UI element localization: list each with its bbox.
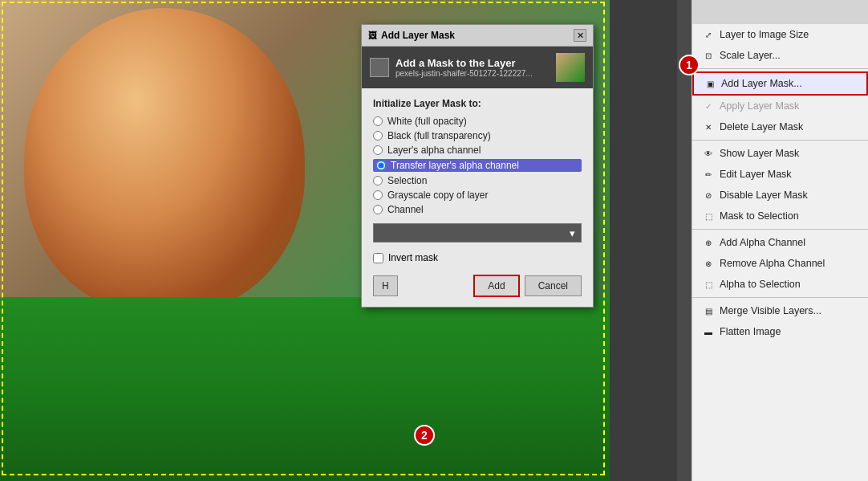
scale-icon: ⊡ (702, 49, 715, 62)
dialog-body: Initialize Layer Mask to: White (full op… (362, 88, 593, 307)
radio-item-r5: Selection (373, 175, 582, 186)
shirt-area: SCIENCE (0, 297, 610, 481)
channel-dropdown-wrapper (373, 223, 582, 243)
menu-item-mask-to-selection[interactable]: ⬚Mask to Selection (692, 206, 868, 226)
disable-icon: ⊘ (702, 189, 715, 202)
menu-label-disable-layer-mask: Disable Layer Mask (720, 190, 808, 201)
radio-group: White (full opacity)Black (full transpar… (373, 116, 582, 215)
menu-separator (692, 297, 868, 298)
mask-icon: ▣ (704, 77, 716, 90)
menu-label-merge-visible: Merge Visible Layers... (720, 305, 821, 316)
menu-label-remove-alpha-channel: Remove Alpha Channel (720, 258, 825, 269)
menu-item-alpha-to-selection[interactable]: ⬚Alpha to Selection (692, 274, 868, 295)
menu-item-show-layer-mask[interactable]: 👁Show Layer Mask (692, 143, 868, 164)
menu-item-add-layer-mask[interactable]: ▣Add Layer Mask... (692, 71, 868, 96)
menu-label-add-layer-mask: Add Layer Mask... (721, 78, 802, 89)
resize-icon: ⤢ (702, 28, 715, 41)
menu-item-flatten-image[interactable]: ▬Flatten Image (692, 321, 868, 342)
dialog-header-info: Add a Mask to the Layer pexels-justin-sh… (395, 57, 533, 78)
dialog-titlebar: 🖼 Add Layer Mask ✕ (362, 25, 593, 47)
dialog-close-button[interactable]: ✕ (574, 29, 586, 42)
menu-item-layer-image-size[interactable]: ⤢Layer to Image Size (692, 24, 868, 45)
radio-item-r4: Transfer layer's alpha channel (373, 159, 582, 172)
edit-icon: ✏ (702, 168, 715, 181)
help-button[interactable]: H (373, 275, 398, 296)
dialog-buttons: H Add Cancel (373, 275, 582, 297)
menu-separator (692, 68, 868, 69)
dialog-header: Add a Mask to the Layer pexels-justin-sh… (362, 47, 593, 88)
dialog-title-area: 🖼 Add Layer Mask (368, 30, 455, 41)
cancel-button[interactable]: Cancel (525, 275, 582, 296)
radio-r2[interactable] (373, 131, 383, 141)
channel-select[interactable] (373, 223, 582, 243)
badge-1: 1 (679, 55, 700, 75)
menu-label-add-alpha-channel: Add Alpha Channel (720, 237, 805, 248)
menu-label-alpha-to-selection: Alpha to Selection (720, 279, 801, 290)
radio-label-r1: White (full opacity) (387, 116, 467, 127)
menu-label-layer-image-size: Layer to Image Size (720, 29, 809, 40)
radio-label-r4: Transfer layer's alpha channel (391, 160, 519, 171)
menu-item-edit-layer-mask[interactable]: ✏Edit Layer Mask (692, 164, 868, 185)
radio-label-r3: Layer's alpha channel (387, 145, 481, 156)
invert-mask-checkbox[interactable] (373, 253, 383, 263)
menu-label-edit-layer-mask: Edit Layer Mask (720, 169, 792, 180)
radio-r3[interactable] (373, 145, 383, 155)
radio-r5[interactable] (373, 176, 383, 185)
alpha-add-icon: ⊕ (702, 236, 715, 249)
radio-item-r2: Black (full transparency) (373, 130, 582, 141)
radio-r1[interactable] (373, 116, 383, 126)
radio-label-r2: Black (full transparency) (387, 130, 491, 141)
show-icon: 👁 (702, 147, 715, 160)
menu-separator (692, 140, 868, 141)
alpha-remove-icon: ⊗ (702, 257, 715, 270)
radio-item-r1: White (full opacity) (373, 116, 582, 127)
invert-mask-label: Invert mask (388, 252, 438, 263)
dialog-header-subtitle: pexels-justin-shaifer-501272-122227... (395, 69, 533, 78)
menu-item-merge-visible[interactable]: ▤Merge Visible Layers... (692, 300, 868, 321)
menu-item-add-alpha-channel[interactable]: ⊕Add Alpha Channel (692, 232, 868, 253)
dialog-header-icon (370, 58, 389, 77)
radio-r7[interactable] (373, 205, 383, 214)
flatten-icon: ▬ (702, 325, 715, 338)
add-layer-mask-dialog[interactable]: 🖼 Add Layer Mask ✕ Add a Mask to the Lay… (361, 24, 594, 308)
menu-label-flatten-image: Flatten Image (720, 326, 781, 337)
radio-r4[interactable] (376, 161, 386, 170)
menu-label-apply-layer-mask: Apply Layer Mask (720, 100, 799, 112)
menu-item-delete-layer-mask[interactable]: ✕Delete Layer Mask (692, 116, 868, 137)
radio-item-r6: Grayscale copy of layer (373, 190, 582, 201)
menu-item-disable-layer-mask[interactable]: ⊘Disable Layer Mask (692, 185, 868, 206)
dialog-section-label: Initialize Layer Mask to: (373, 98, 582, 109)
dialog-header-title: Add a Mask to the Layer (395, 57, 533, 69)
invert-mask-row: Invert mask (373, 252, 582, 263)
menu-item-apply-layer-mask: ✓Apply Layer Mask (692, 96, 868, 116)
add-button[interactable]: Add (473, 275, 519, 297)
radio-label-r5: Selection (387, 175, 427, 186)
context-menu: ⤢Layer to Image Size⊡Scale Layer...▣Add … (692, 0, 868, 481)
apply-icon: ✓ (702, 100, 715, 112)
radio-label-r7: Channel (387, 204, 424, 215)
menu-item-remove-alpha-channel[interactable]: ⊗Remove Alpha Channel (692, 253, 868, 274)
merge-icon: ▤ (702, 304, 715, 317)
alpha-sel-icon: ⬚ (702, 278, 715, 291)
dialog-thumbnail (556, 53, 585, 82)
menu-item-scale-layer[interactable]: ⊡Scale Layer... (692, 45, 868, 66)
delete-icon: ✕ (702, 120, 715, 133)
menu-label-scale-layer: Scale Layer... (720, 50, 781, 61)
radio-r6[interactable] (373, 190, 383, 200)
radio-item-r7: Channel (373, 204, 582, 215)
radio-item-r3: Layer's alpha channel (373, 145, 582, 156)
context-menu-list: ⤢Layer to Image Size⊡Scale Layer...▣Add … (692, 24, 868, 342)
menu-label-mask-to-selection: Mask to Selection (720, 210, 799, 222)
dialog-title-icon: 🖼 (368, 31, 377, 40)
selection-icon: ⬚ (702, 210, 715, 222)
radio-label-r6: Grayscale copy of layer (387, 190, 488, 201)
menu-label-delete-layer-mask: Delete Layer Mask (720, 121, 803, 132)
face-area (24, 8, 305, 313)
dialog-title-text: Add Layer Mask (381, 30, 455, 41)
menu-label-show-layer-mask: Show Layer Mask (720, 148, 799, 159)
context-menu-top (692, 0, 868, 24)
menu-separator (692, 229, 868, 230)
